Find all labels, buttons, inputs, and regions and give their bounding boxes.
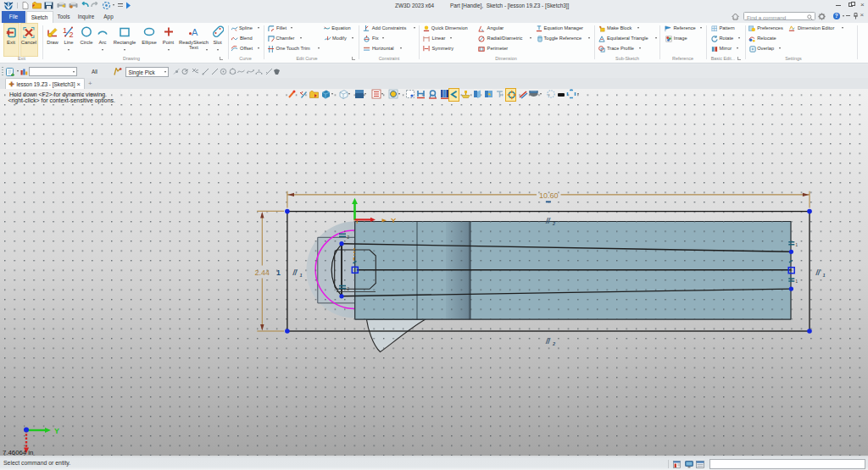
svg-text:1: 1 <box>276 268 281 277</box>
svg-text:2: 2 <box>552 341 555 346</box>
svg-text:10.60: 10.60 <box>539 191 559 200</box>
svg-text:2.44: 2.44 <box>255 268 270 277</box>
svg-text:1: 1 <box>300 273 303 278</box>
svg-text:A: A <box>192 26 198 36</box>
svg-text:Y: Y <box>54 427 59 435</box>
svg-text:2: 2 <box>70 30 74 38</box>
svg-text:1: 1 <box>823 273 826 278</box>
svg-text:2: 2 <box>552 221 555 226</box>
svg-text:1: 1 <box>63 25 67 34</box>
